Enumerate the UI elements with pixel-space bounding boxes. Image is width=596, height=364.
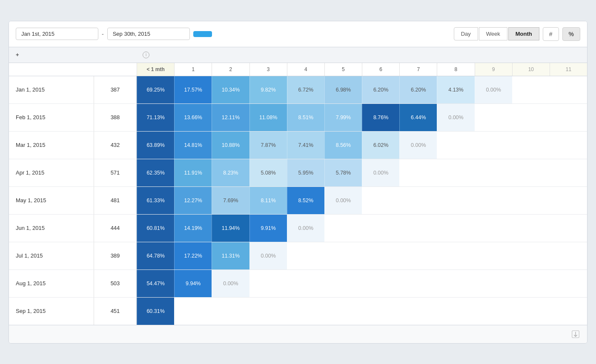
cell-6-6 xyxy=(362,242,399,269)
cell-1-1: 13.66% xyxy=(174,104,212,131)
cell-7-1: 9.94% xyxy=(174,270,212,297)
table-description-row: + i xyxy=(9,47,587,63)
header-right: Day Week Month # % xyxy=(454,27,580,41)
day-button[interactable]: Day xyxy=(454,27,478,40)
cell-7-6 xyxy=(362,270,399,297)
row-people-2: 432 xyxy=(94,132,137,159)
cell-8-7 xyxy=(399,298,437,325)
col-header-8: 8 xyxy=(437,63,474,76)
col-header-11: 11 xyxy=(550,63,587,76)
cell-0-0: 69.25% xyxy=(137,76,174,103)
cell-3-6: 0.00% xyxy=(362,159,399,186)
hash-button[interactable]: # xyxy=(543,27,559,41)
cell-6-7 xyxy=(399,242,437,269)
cell-6-9 xyxy=(475,242,512,269)
table-row: Mar 1, 201543263.89%14.81%10.88%7.87%7.4… xyxy=(9,132,587,159)
percent-button[interactable]: % xyxy=(562,27,580,41)
table-row: May 1, 201548161.33%12.27%7.69%8.11%8.52… xyxy=(9,187,587,215)
cell-8-11 xyxy=(550,298,587,325)
table-row: Sep 1, 201545160.31% xyxy=(9,298,587,325)
cell-0-11 xyxy=(550,76,587,103)
month-button[interactable]: Month xyxy=(508,27,539,40)
cell-5-6 xyxy=(362,215,399,242)
cell-8-10 xyxy=(512,298,550,325)
cell-1-3: 11.08% xyxy=(249,104,287,131)
cell-4-1: 12.27% xyxy=(174,187,212,214)
row-cells-1: 71.13%13.66%12.11%11.08%8.51%7.99%8.76%6… xyxy=(137,104,587,131)
cell-2-8 xyxy=(437,132,474,159)
cell-8-4 xyxy=(287,298,324,325)
cell-2-9 xyxy=(475,132,512,159)
cell-7-9 xyxy=(475,270,512,297)
data-rows: Jan 1, 201538769.25%17.57%10.34%9.82%6.7… xyxy=(9,76,587,325)
cell-8-1 xyxy=(174,298,212,325)
cohort-column-headers: < 1 mth1234567891011 xyxy=(137,63,587,76)
cell-3-11 xyxy=(550,159,587,186)
cell-1-9 xyxy=(475,104,512,131)
cell-8-0: 60.31% xyxy=(137,298,174,325)
cell-6-2: 11.31% xyxy=(212,242,249,269)
cell-2-7: 0.00% xyxy=(399,132,437,159)
row-people-0: 387 xyxy=(94,76,137,103)
cell-3-10 xyxy=(512,159,550,186)
cell-8-5 xyxy=(324,298,362,325)
info-icon[interactable]: i xyxy=(143,52,149,58)
cell-0-3: 9.82% xyxy=(249,76,287,103)
cell-2-0: 63.89% xyxy=(137,132,174,159)
end-date-input[interactable] xyxy=(107,28,190,40)
cell-0-9: 0.00% xyxy=(475,76,512,103)
cell-3-1: 11.91% xyxy=(174,159,212,186)
row-cells-5: 60.81%14.19%11.94%9.91%0.00% xyxy=(137,215,587,242)
cell-7-2: 0.00% xyxy=(212,270,249,297)
segment-header[interactable]: + xyxy=(9,52,94,58)
cell-3-5: 5.78% xyxy=(324,159,362,186)
done-button[interactable] xyxy=(193,31,212,37)
col-header-3: 3 xyxy=(249,63,287,76)
cell-4-2: 7.69% xyxy=(212,187,249,214)
row-date-6: Jul 1, 2015 xyxy=(9,242,94,269)
row-cells-3: 62.35%11.91%8.23%5.08%5.95%5.78%0.00% xyxy=(137,159,587,186)
cell-8-3 xyxy=(249,298,287,325)
row-cells-8: 60.31% xyxy=(137,298,587,325)
row-people-7: 503 xyxy=(94,270,137,297)
column-headers-row: < 1 mth1234567891011 xyxy=(9,63,587,76)
table-row: Aug 1, 201550354.47%9.94%0.00% xyxy=(9,270,587,298)
week-button[interactable]: Week xyxy=(479,27,507,40)
cell-2-10 xyxy=(512,132,550,159)
cell-0-2: 10.34% xyxy=(212,76,249,103)
cell-6-1: 17.22% xyxy=(174,242,212,269)
cell-3-0: 62.35% xyxy=(137,159,174,186)
row-date-8: Sep 1, 2015 xyxy=(9,298,94,325)
start-date-input[interactable] xyxy=(16,28,98,40)
cell-0-6: 6.20% xyxy=(362,76,399,103)
row-date-0: Jan 1, 2015 xyxy=(9,76,94,103)
main-container: - Day Week Month # % + i < 1 mth12345678… xyxy=(9,21,587,344)
cell-4-3: 8.11% xyxy=(249,187,287,214)
cell-3-8 xyxy=(437,159,474,186)
cell-5-0: 60.81% xyxy=(137,215,174,242)
cell-5-5 xyxy=(324,215,362,242)
date-separator: - xyxy=(102,31,104,37)
cell-7-8 xyxy=(437,270,474,297)
row-people-6: 389 xyxy=(94,242,137,269)
table-row: Feb 1, 201538871.13%13.66%12.11%11.08%8.… xyxy=(9,104,587,132)
col-header-10: 10 xyxy=(512,63,550,76)
cell-3-2: 8.23% xyxy=(212,159,249,186)
row-date-5: Jun 1, 2015 xyxy=(9,215,94,242)
col-header-7: 7 xyxy=(399,63,437,76)
cell-6-0: 64.78% xyxy=(137,242,174,269)
cell-5-2: 11.94% xyxy=(212,215,249,242)
cell-1-8: 0.00% xyxy=(437,104,474,131)
download-icon[interactable] xyxy=(571,330,580,339)
col-header-2: 2 xyxy=(212,63,249,76)
cell-2-11 xyxy=(550,132,587,159)
row-cells-7: 54.47%9.94%0.00% xyxy=(137,270,587,297)
col-header-0: < 1 mth xyxy=(137,63,174,76)
cell-3-7 xyxy=(399,159,437,186)
table-description: i xyxy=(137,52,587,58)
cell-1-0: 71.13% xyxy=(137,104,174,131)
cell-8-6 xyxy=(362,298,399,325)
table-row: Jun 1, 201544460.81%14.19%11.94%9.91%0.0… xyxy=(9,215,587,242)
people-col-spacer xyxy=(94,63,137,76)
cell-4-4: 8.52% xyxy=(287,187,324,214)
